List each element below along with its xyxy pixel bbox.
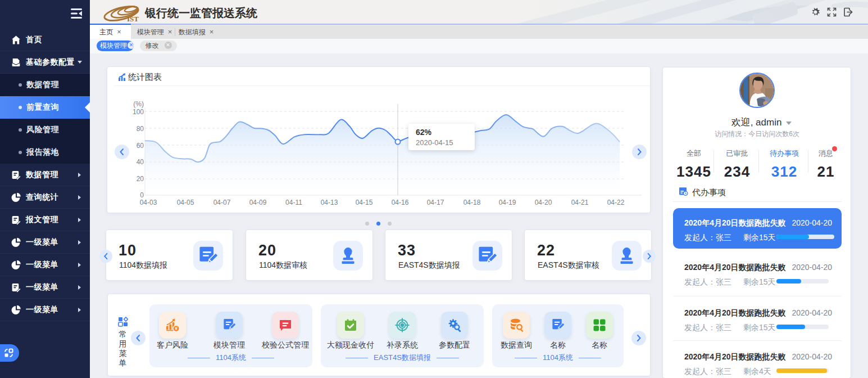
svg-text:¥: ¥ xyxy=(175,326,178,331)
svg-text:IST: IST xyxy=(127,15,139,23)
